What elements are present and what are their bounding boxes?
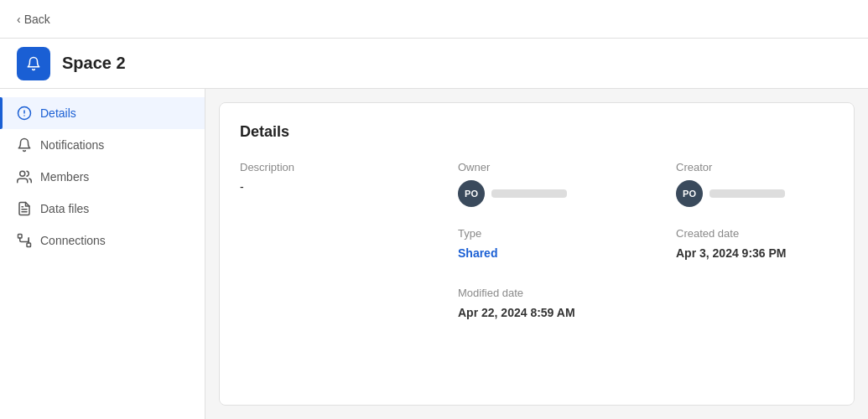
creator-name-bar [709, 189, 785, 198]
connections-icon [17, 233, 32, 248]
sidebar-item-details[interactable]: Details [0, 97, 205, 129]
space-title: Space 2 [62, 54, 126, 73]
description-value: - [240, 180, 424, 194]
created-date-value: Apr 3, 2024 9:36 PM [676, 246, 855, 260]
description-label: Description [240, 161, 424, 173]
sidebar-item-connections-label: Connections [40, 234, 106, 247]
details-grid: Description - Owner PO Creator PO [240, 161, 834, 319]
empty-cell [240, 227, 424, 260]
modified-date-label: Modified date [458, 287, 855, 299]
type-label: Type [458, 227, 642, 240]
sidebar-item-members-label: Members [40, 170, 89, 184]
owner-chip: PO [458, 180, 642, 207]
members-icon [17, 169, 32, 184]
type-value: Shared [458, 246, 642, 260]
back-chevron-icon: ‹ [17, 13, 21, 26]
content-area: Details Description - Owner PO Creator [219, 102, 855, 406]
type-field: Type Shared [458, 227, 642, 260]
owner-name-bar [491, 189, 567, 198]
svg-point-3 [20, 171, 25, 176]
sidebar-item-connections[interactable]: Connections [0, 225, 205, 256]
space-icon [17, 47, 50, 80]
owner-field: Owner PO [458, 161, 642, 207]
creator-avatar: PO [676, 180, 703, 207]
owner-avatar: PO [458, 180, 485, 207]
sidebar-item-data-files-label: Data files [40, 202, 89, 215]
created-date-field: Created date Apr 3, 2024 9:36 PM [676, 227, 855, 260]
sidebar-item-details-label: Details [40, 106, 76, 120]
sidebar-item-data-files[interactable]: Data files [0, 193, 205, 225]
details-icon [17, 106, 32, 121]
sidebar-item-members[interactable]: Members [0, 161, 205, 193]
details-title: Details [240, 123, 834, 141]
sidebar-item-notifications-label: Notifications [40, 138, 104, 152]
main-layout: Details Notifications Members [0, 89, 868, 419]
notifications-icon [17, 137, 32, 153]
modified-date-value: Apr 22, 2024 8:59 AM [458, 306, 855, 319]
sidebar: Details Notifications Members [0, 89, 205, 419]
creator-field: Creator PO [676, 161, 855, 207]
creator-chip: PO [676, 180, 855, 207]
space-bell-icon [26, 56, 41, 71]
data-files-icon [17, 201, 32, 216]
modified-date-field: Modified date Apr 22, 2024 8:59 AM [458, 287, 855, 319]
description-field: Description - [240, 161, 424, 207]
top-bar: ‹ Back [0, 0, 868, 39]
owner-label: Owner [458, 161, 642, 173]
back-link[interactable]: ‹ Back [17, 13, 50, 26]
created-date-label: Created date [676, 227, 855, 240]
creator-label: Creator [676, 161, 855, 173]
header-bar: Space 2 [0, 39, 868, 89]
sidebar-item-notifications[interactable]: Notifications [0, 129, 205, 161]
back-label: Back [24, 13, 50, 26]
